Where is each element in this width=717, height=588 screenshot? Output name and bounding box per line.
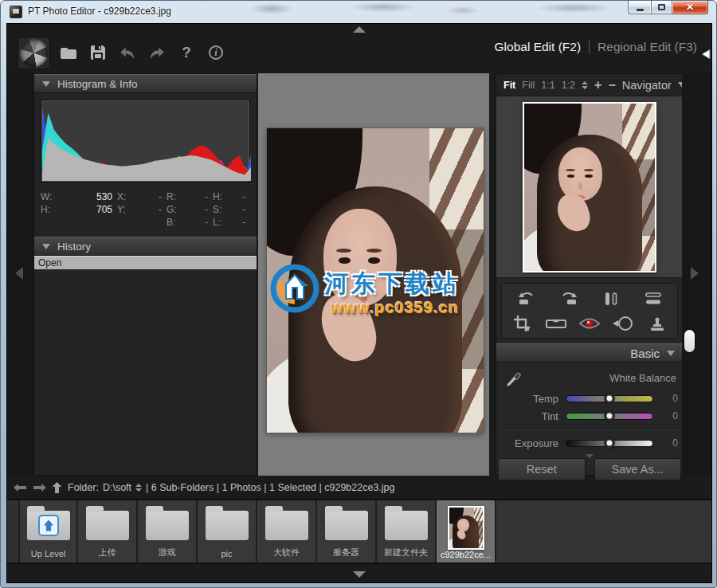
folder-icon [27, 511, 70, 540]
rotate-right-button[interactable] [557, 288, 581, 309]
help-button[interactable]: ? [176, 42, 197, 63]
right-panel-collapse-strip[interactable] [682, 73, 711, 476]
help-icon: ? [182, 44, 191, 61]
rotate-left-button[interactable] [515, 288, 539, 309]
save-button[interactable] [88, 42, 108, 63]
redo-button[interactable] [147, 42, 167, 63]
tint-value: 0 [660, 410, 678, 421]
tab-regional-edit[interactable]: Regional Edit (F3) [598, 40, 697, 54]
collapse-icon [42, 81, 50, 87]
title-bar[interactable]: PT Photo Editor - c929b22ce3.jpg ✕ [1, 1, 716, 23]
exposure-slider[interactable] [566, 440, 653, 447]
tab-global-edit[interactable]: Global Edit (F2) [495, 40, 582, 54]
info-label: S: [213, 204, 221, 215]
status-bar: Folder: D:\soft | 6 Sub-Folders | 1 Phot… [7, 478, 711, 497]
straighten-button[interactable] [544, 313, 568, 334]
straighten-icon [545, 316, 567, 331]
collapse-left-icon [15, 267, 23, 280]
crop-button[interactable] [510, 313, 534, 334]
zoom-mode-fit[interactable]: Fit [503, 80, 515, 91]
window-title: PT Photo Editor - c929b22ce3.jpg [28, 1, 171, 22]
folder-path[interactable]: D:\soft [103, 482, 131, 493]
temp-slider[interactable] [566, 395, 653, 402]
zoom-mode-1-2[interactable]: 1:2 [562, 80, 575, 91]
flip-vertical-icon [644, 291, 663, 307]
filmstrip-item-folder[interactable]: 上传 [78, 500, 138, 563]
close-icon: ✕ [686, 2, 694, 13]
info-label: W: [41, 191, 52, 202]
left-panel-collapse-strip[interactable] [7, 73, 33, 476]
navigator-thumbnail[interactable] [523, 102, 656, 272]
clone-stamp-button[interactable] [645, 313, 669, 334]
tint-slider[interactable] [566, 413, 653, 420]
history-panel-header[interactable]: History [34, 237, 257, 256]
folder-path-spinner-icon[interactable] [135, 484, 142, 492]
photo-portrait [449, 508, 483, 548]
filmstrip-item-up-level[interactable]: Up Level [18, 500, 78, 563]
filmstrip-item-label: 游戏 [138, 547, 196, 563]
red-eye-icon [578, 316, 601, 331]
filmstrip-item-label: 新建文件夹 [377, 547, 435, 563]
rotate-right-icon [558, 289, 579, 308]
filmstrip-item-photo[interactable]: c929b22ce... [437, 500, 496, 563]
zoom-mode-fill[interactable]: Fill [522, 80, 535, 91]
filmstrip-item-folder[interactable]: 大软件 [257, 500, 317, 563]
flip-vertical-button[interactable] [641, 288, 665, 309]
scrollbar-thumb[interactable] [684, 330, 695, 352]
histogram-panel-header[interactable]: Histogram & Info [34, 74, 257, 93]
folder-icon [146, 511, 189, 540]
history-entry-open[interactable]: Open [34, 256, 257, 269]
reset-button[interactable]: Reset [498, 458, 586, 480]
filmstrip-item-folder[interactable]: 游戏 [138, 500, 198, 563]
navigator-header: Fit Fill 1:1 1:2 + − Navigator [496, 74, 683, 96]
info-icon: i [209, 45, 223, 60]
filmstrip-item-folder[interactable]: 服务器 [317, 500, 377, 563]
spot-removal-button[interactable] [611, 313, 635, 334]
zoom-out-button[interactable]: − [608, 79, 615, 92]
folder-icon [206, 511, 249, 540]
top-panel-toggle[interactable] [7, 24, 711, 35]
up-level-icon[interactable] [52, 482, 62, 493]
tint-slider-thumb[interactable] [605, 411, 615, 421]
red-eye-button[interactable] [578, 313, 601, 334]
minimize-button[interactable] [628, 1, 651, 14]
basic-panel-header[interactable]: Basic [496, 343, 683, 363]
temp-slider-thumb[interactable] [605, 394, 615, 404]
temp-value: 0 [660, 393, 678, 404]
white-balance-label: White Balance [609, 372, 676, 384]
info-label: R: [167, 191, 176, 202]
about-button[interactable]: i [206, 42, 226, 63]
forward-icon[interactable] [33, 483, 46, 492]
flip-horizontal-button[interactable] [599, 288, 623, 309]
info-label: H: [213, 191, 222, 202]
exposure-slider-thumb[interactable] [605, 438, 615, 449]
close-button[interactable]: ✕ [672, 1, 708, 14]
save-icon [89, 44, 107, 61]
zoom-mode-1-1[interactable]: 1:1 [541, 80, 554, 91]
filmstrip-item-label: c929b22ce... [437, 550, 495, 563]
bottom-panel-toggle[interactable] [7, 564, 711, 583]
save-as-button[interactable]: Save As... [594, 458, 682, 480]
histogram-panel-title: Histogram & Info [57, 78, 138, 90]
right-panel: Fit Fill 1:1 1:2 + − Navigator [496, 73, 684, 476]
watermark-logo-icon [270, 264, 319, 316]
tools-palette [501, 283, 678, 339]
white-balance-eyedropper[interactable] [504, 368, 522, 390]
filmstrip-item-folder[interactable]: pic [198, 500, 257, 563]
image-canvas[interactable]: 河东下载站 www.pc0359.cn [258, 73, 489, 476]
edited-photo[interactable]: 河东下载站 www.pc0359.cn [267, 128, 484, 433]
back-icon[interactable] [14, 483, 27, 492]
zoom-spinner-icon[interactable] [582, 81, 588, 89]
filmstrip-item-folder[interactable]: 新建文件夹 [377, 500, 437, 563]
open-folder-button[interactable] [58, 42, 79, 63]
collapse-icon [667, 351, 675, 356]
undo-button[interactable] [117, 42, 138, 63]
info-label: B: [167, 217, 175, 228]
mouse-cursor [699, 48, 711, 64]
info-label: G: [167, 204, 177, 215]
exposure-slider-row: Exposure 0 [496, 434, 683, 452]
info-value: - [242, 217, 250, 228]
maximize-button[interactable] [651, 1, 672, 14]
zoom-in-button[interactable]: + [594, 79, 601, 92]
exposure-value: 0 [660, 437, 678, 449]
